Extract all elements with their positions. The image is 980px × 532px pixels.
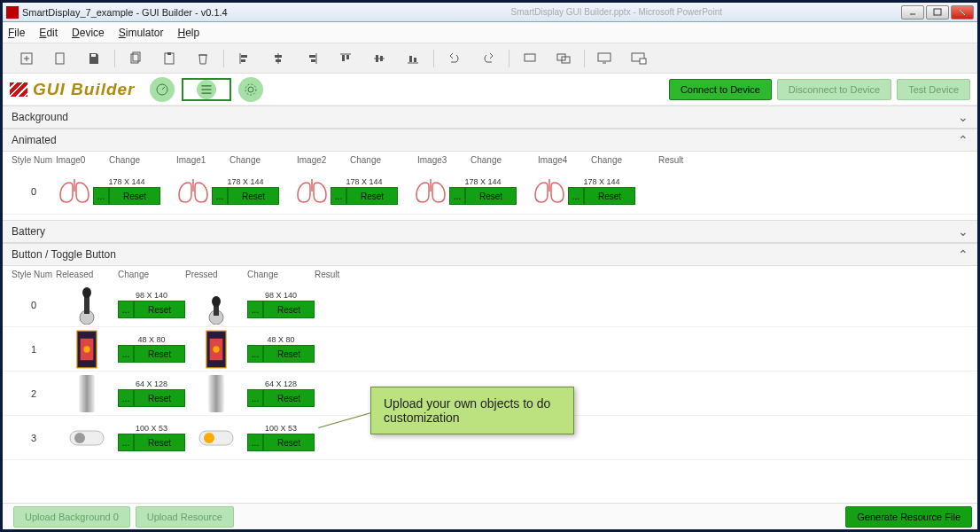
svg-rect-24 — [342, 55, 345, 61]
section-button[interactable]: Button / Toggle Button ⌃ — [3, 243, 977, 266]
minimize-button[interactable] — [901, 5, 924, 20]
maximize-button[interactable] — [926, 5, 949, 20]
align-left-icon[interactable] — [235, 49, 254, 68]
section-background[interactable]: Background ⌄ — [3, 106, 977, 129]
screen1-icon[interactable] — [520, 49, 540, 68]
monitor1-icon[interactable] — [595, 49, 615, 68]
upload-background-button[interactable]: Upload Background 0 — [13, 506, 130, 528]
paste-icon[interactable] — [159, 49, 179, 68]
svg-rect-18 — [275, 55, 282, 58]
svg-point-45 — [245, 84, 256, 95]
align-right-icon[interactable] — [302, 49, 322, 68]
reset-button[interactable]: Reset — [263, 434, 315, 451]
svg-point-51 — [212, 296, 221, 307]
browse-button[interactable]: ... — [247, 301, 263, 318]
svg-point-44 — [248, 87, 253, 92]
svg-line-40 — [162, 87, 165, 90]
reset-button[interactable]: Reset — [134, 301, 185, 318]
app-logo: GUI Builder — [10, 80, 136, 99]
mode-settings-button[interactable] — [238, 77, 263, 102]
mode-list-button[interactable] — [182, 78, 231, 101]
svg-rect-30 — [409, 56, 412, 62]
chevron-up-icon: ⌃ — [958, 247, 968, 262]
menu-edit[interactable]: Edit — [39, 27, 58, 39]
stylenum: 0 — [12, 186, 56, 197]
menu-file[interactable]: File — [8, 27, 25, 39]
connect-button[interactable]: Connect to Device — [669, 79, 772, 100]
svg-rect-8 — [91, 54, 96, 57]
browse-button[interactable]: ... — [118, 345, 134, 363]
reset-button[interactable]: Reset — [263, 301, 315, 318]
chevron-up-icon: ⌃ — [958, 133, 968, 147]
svg-rect-38 — [640, 59, 646, 64]
animated-row-0: 0 178 X 144...Reset 178 X 144...Reset 17… — [3, 168, 977, 215]
align-top-icon[interactable] — [336, 49, 355, 68]
browse-button[interactable]: ... — [93, 187, 109, 205]
reset-button[interactable]: Reset — [228, 187, 279, 205]
browse-button[interactable]: ... — [118, 389, 134, 407]
reset-button[interactable]: Reset — [465, 187, 517, 205]
window-title: SmartDisplay_7_example - GUI Builder - v… — [22, 7, 228, 18]
align-middle-icon[interactable] — [369, 49, 389, 68]
browse-button[interactable]: ... — [247, 345, 263, 363]
svg-point-57 — [213, 346, 219, 352]
undo-icon[interactable] — [445, 49, 464, 68]
browse-button[interactable]: ... — [568, 187, 584, 205]
monitor2-icon[interactable] — [629, 49, 649, 68]
reset-button[interactable]: Reset — [263, 389, 315, 407]
svg-rect-59 — [208, 375, 224, 412]
align-center-icon[interactable] — [268, 49, 288, 68]
svg-rect-21 — [309, 55, 315, 58]
open-icon[interactable] — [51, 49, 70, 68]
reset-button[interactable]: Reset — [109, 187, 160, 205]
browse-button[interactable]: ... — [118, 301, 134, 318]
browse-button[interactable]: ... — [212, 187, 228, 205]
delete-icon[interactable] — [193, 49, 213, 68]
section-animated[interactable]: Animated ⌃ — [3, 129, 977, 152]
reset-button[interactable]: Reset — [134, 345, 185, 363]
lungs-icon — [412, 176, 449, 207]
joystick-released-icon — [74, 286, 100, 325]
redo-icon[interactable] — [478, 49, 498, 68]
reset-button[interactable]: Reset — [134, 434, 185, 451]
callout-annotation: Upload your own objects to do customizat… — [370, 387, 574, 434]
lungs-icon — [293, 176, 331, 207]
reset-button[interactable]: Reset — [584, 187, 635, 205]
svg-rect-28 — [380, 56, 383, 61]
screen2-icon[interactable] — [554, 49, 573, 68]
reset-button[interactable]: Reset — [134, 389, 185, 407]
reset-button[interactable]: Reset — [263, 345, 315, 363]
section-battery[interactable]: Battery ⌄ — [3, 220, 977, 243]
disconnect-button[interactable]: Disconnect to Device — [777, 79, 891, 100]
browse-button[interactable]: ... — [118, 434, 134, 451]
lungs-icon — [175, 176, 212, 207]
copy-icon[interactable] — [126, 49, 145, 68]
save-icon[interactable] — [84, 49, 104, 68]
reset-button[interactable]: Reset — [346, 187, 398, 205]
svg-rect-35 — [598, 53, 611, 61]
switch-on-icon — [198, 427, 234, 449]
svg-rect-1 — [934, 9, 941, 15]
close-button[interactable] — [951, 5, 974, 20]
section-button-title: Button / Toggle Button — [12, 248, 116, 261]
test-button[interactable]: Test Device — [897, 79, 970, 100]
svg-rect-16 — [241, 59, 245, 62]
new-icon[interactable] — [17, 49, 36, 68]
button-row-1: 1 48 X 80...Reset 48 X 80...Reset — [3, 327, 977, 372]
mode-dashboard-button[interactable] — [150, 77, 175, 102]
browse-button[interactable]: ... — [331, 187, 346, 205]
align-bottom-icon[interactable] — [403, 49, 423, 68]
generate-resource-button[interactable]: Generate Resource File — [845, 506, 972, 528]
upload-resource-button[interactable]: Upload Resource — [136, 506, 234, 528]
browse-button[interactable]: ... — [247, 389, 263, 407]
svg-rect-22 — [311, 59, 315, 62]
svg-rect-7 — [56, 53, 64, 64]
menu-device[interactable]: Device — [72, 27, 105, 39]
menu-help[interactable]: Help — [177, 27, 199, 39]
browse-button[interactable]: ... — [449, 187, 465, 205]
browse-button[interactable]: ... — [247, 434, 263, 451]
menu-simulator[interactable]: Simulator — [119, 27, 164, 39]
animated-cols: Style Num Image0 Change Image1 Change Im… — [3, 152, 977, 168]
svg-rect-32 — [525, 54, 535, 61]
svg-line-3 — [960, 10, 965, 15]
